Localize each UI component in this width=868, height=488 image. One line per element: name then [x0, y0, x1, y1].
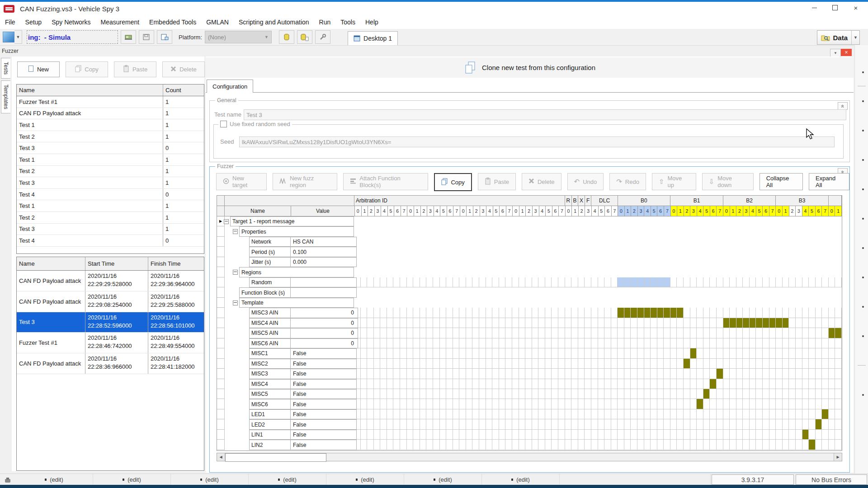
bit-cell[interactable] [446, 389, 453, 399]
bit-cell[interactable] [822, 369, 829, 379]
bit-cell[interactable] [670, 440, 677, 450]
side-tab-templates[interactable]: Templates [1, 80, 10, 113]
bit-cell[interactable] [433, 359, 440, 369]
bit-cell[interactable] [684, 277, 690, 287]
bit-cell[interactable] [380, 379, 387, 389]
bit-cell[interactable] [486, 409, 493, 419]
bit-cell[interactable] [657, 440, 664, 450]
bit-cell[interactable] [426, 399, 433, 409]
bit-cell[interactable] [387, 277, 394, 287]
bit-cell[interactable] [736, 348, 743, 358]
bit-cell[interactable] [591, 328, 598, 338]
bit-cell[interactable] [651, 338, 657, 348]
bit-cell[interactable] [361, 277, 368, 287]
bit-cell[interactable] [571, 338, 578, 348]
bit-cell[interactable] [591, 419, 598, 429]
row-value-cell[interactable]: False [291, 440, 357, 450]
edit-segment[interactable]: (edit) [482, 474, 560, 485]
bit-cell[interactable] [717, 430, 723, 440]
maximize-button[interactable] [825, 2, 845, 14]
bit-cell[interactable] [400, 440, 407, 450]
bit-cell[interactable] [361, 359, 368, 369]
bit-cell[interactable] [664, 389, 670, 399]
bit-cell[interactable] [651, 409, 657, 419]
bit-cell[interactable] [545, 348, 552, 358]
bit-cell[interactable] [677, 419, 684, 429]
bit-cell[interactable] [624, 409, 631, 419]
bit-cell[interactable] [637, 389, 644, 399]
bit-cell[interactable] [802, 348, 809, 358]
bit-cell[interactable] [578, 409, 585, 419]
bit-cell[interactable] [499, 359, 506, 369]
bit-cell[interactable] [743, 308, 750, 318]
bit-cell[interactable] [558, 419, 565, 429]
bit-cell[interactable] [611, 359, 618, 369]
bit-cell[interactable] [578, 389, 585, 399]
bit-cell[interactable] [776, 359, 783, 369]
bit-cell[interactable] [776, 440, 783, 450]
bit-cell[interactable] [420, 409, 427, 419]
bit-cell[interactable] [571, 409, 578, 419]
bit-cell[interactable] [387, 399, 394, 409]
row-value-cell[interactable]: 0 [291, 318, 358, 328]
bit-cell[interactable] [697, 409, 703, 419]
bit-column-header[interactable]: 4 [802, 206, 809, 216]
bit-cell[interactable] [426, 318, 433, 328]
bit-cell[interactable] [664, 409, 670, 419]
bit-cell[interactable] [736, 440, 743, 450]
bit-cell[interactable] [393, 328, 400, 338]
bit-cell[interactable] [717, 419, 723, 429]
bit-cell[interactable] [433, 409, 440, 419]
bit-cell[interactable] [459, 348, 466, 358]
bit-cell[interactable] [809, 419, 816, 429]
row-value-cell[interactable]: False [291, 409, 357, 419]
bit-cell[interactable] [532, 348, 539, 358]
bit-cell[interactable] [717, 348, 723, 358]
bit-cell[interactable] [472, 277, 479, 287]
bit-cell[interactable] [552, 277, 558, 287]
bit-cell[interactable] [776, 409, 783, 419]
bit-cell[interactable] [670, 328, 677, 338]
bit-cell[interactable] [611, 440, 618, 450]
bit-cell[interactable] [763, 379, 769, 389]
bit-cell[interactable] [367, 318, 374, 328]
bit-cell[interactable] [776, 328, 783, 338]
bit-cell[interactable] [585, 348, 591, 358]
bit-cell[interactable] [565, 359, 572, 369]
bit-cell[interactable] [446, 369, 453, 379]
scroll-right-icon[interactable]: ▶ [834, 453, 842, 461]
bit-cell[interactable] [651, 318, 657, 328]
bit-cell[interactable] [440, 318, 447, 328]
bit-cell[interactable] [466, 338, 473, 348]
bit-column-header[interactable]: 3 [796, 206, 802, 216]
bit-cell[interactable] [538, 440, 545, 450]
bit-cell[interactable] [486, 348, 493, 358]
bit-cell[interactable] [703, 318, 710, 328]
bit-cell[interactable] [598, 338, 605, 348]
bit-cell[interactable] [525, 338, 532, 348]
attach-function-block-s--button[interactable]: Attach Function Block(s) [343, 173, 428, 190]
bit-cell[interactable] [420, 348, 427, 358]
bit-cell[interactable] [651, 328, 657, 338]
bit-cell[interactable] [558, 328, 565, 338]
bit-cell[interactable] [723, 338, 730, 348]
bit-cell[interactable] [631, 389, 637, 399]
collapse-toggle-icon[interactable] [233, 229, 238, 234]
bit-cell[interactable] [400, 328, 407, 338]
bit-cell[interactable] [426, 308, 433, 318]
bit-cell[interactable] [802, 318, 809, 328]
bit-cell[interactable] [492, 348, 499, 358]
bit-cell[interactable] [578, 430, 585, 440]
bit-cell[interactable] [361, 430, 368, 440]
bit-cell[interactable] [756, 338, 763, 348]
bit-cell[interactable] [723, 308, 730, 318]
bit-column-header[interactable]: 6 [552, 206, 559, 216]
bit-cell[interactable] [697, 419, 703, 429]
bit-cell[interactable] [750, 308, 756, 318]
bit-cell[interactable] [644, 328, 651, 338]
row-value-cell[interactable] [291, 287, 357, 297]
bit-cell[interactable] [776, 348, 783, 358]
bit-cell[interactable] [413, 399, 420, 409]
bit-cell[interactable] [670, 338, 677, 348]
bit-cell[interactable] [558, 409, 565, 419]
